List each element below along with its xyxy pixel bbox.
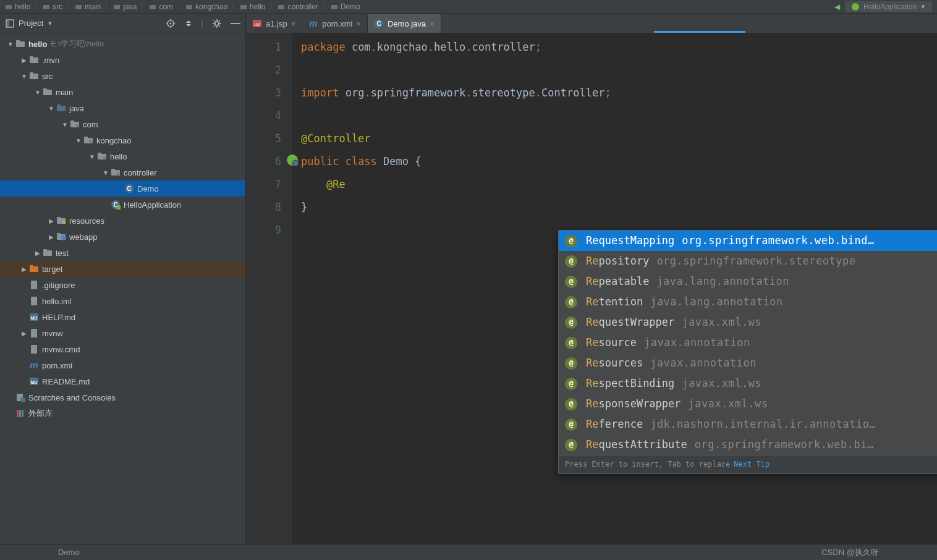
completion-name: sponseWrapper [598, 392, 680, 415]
tree-item-readmemd[interactable]: MDREADME.md [0, 373, 245, 389]
expand-icon[interactable]: ▼ [61, 121, 69, 128]
tree-item-mvn[interactable]: ▶.mvn [0, 52, 245, 68]
completion-item[interactable]: @Retentionjava.lang.annotation [559, 292, 937, 312]
tree-item-demo[interactable]: CDemo [0, 180, 245, 197]
tree-label: hello [110, 152, 127, 161]
completion-item[interactable]: @RequestAttributeorg.springframework.web… [559, 435, 937, 455]
tree-item-java[interactable]: ▼java [0, 100, 245, 116]
breadcrumb-item[interactable]: java [113, 2, 137, 11]
annotation-icon: @ [565, 255, 577, 268]
breadcrumb-item[interactable]: hello [5, 2, 30, 11]
tree-item-helpmd[interactable]: MDHELP.md [0, 309, 245, 325]
tree-item-hello[interactable]: ▼helloE:\学习吧\hello [0, 36, 245, 52]
expand-icon[interactable]: ▶ [47, 234, 56, 240]
svg-rect-28 [16, 40, 20, 42]
tree-item-mvnwcmd[interactable]: mvnw.cmd [0, 341, 245, 357]
tree-item-gitignore[interactable]: .gitignore [0, 277, 245, 293]
completion-item[interactable]: @ResponseWrapperjavax.xml.ws [559, 394, 937, 414]
tree-item-scratchesandconsoles[interactable]: Scratches and Consoles [0, 389, 245, 405]
breadcrumb-item[interactable]: kongchao [185, 2, 227, 11]
autocomplete-popup: @RequestMappingorg.springframework.web.b… [558, 230, 937, 474]
breadcrumb-item[interactable]: controller [278, 2, 318, 11]
expand-icon[interactable]: ▶ [20, 266, 28, 273]
tree-item-src[interactable]: ▼src [0, 68, 245, 84]
annotation-icon: @ [565, 235, 577, 247]
expand-icon[interactable]: ▼ [88, 153, 96, 160]
expand-icon[interactable]: ▼ [6, 41, 15, 48]
file-icon [28, 328, 40, 338]
completion-item[interactable]: @RequestMappingorg.springframework.web.b… [559, 231, 937, 251]
tree-item-webapp[interactable]: ▶webapp [0, 229, 245, 245]
project-tree[interactable]: ▼helloE:\学习吧\hello▶.mvn▼src▼main▼java▼co… [0, 33, 245, 544]
gear-icon[interactable] [212, 19, 222, 28]
nav-back-icon[interactable]: ◀ [834, 2, 840, 11]
breadcrumb-item[interactable]: Demo [331, 2, 360, 11]
breadcrumb-item[interactable]: com [149, 2, 173, 11]
annotation-icon: @ [565, 398, 577, 410]
close-icon[interactable]: × [356, 19, 361, 28]
tab-Demo-java[interactable]: CDemo.java× [368, 14, 441, 33]
expand-icon[interactable]: ▶ [47, 218, 56, 224]
breadcrumb-item[interactable]: src [43, 2, 62, 11]
tree-item-helloapplication[interactable]: CHelloApplication [0, 197, 245, 213]
svg-rect-35 [57, 106, 66, 111]
svg-point-45 [103, 156, 106, 159]
completion-item[interactable]: @Repeatablejava.lang.annotation [559, 271, 937, 292]
expand-icon[interactable]: ▼ [33, 89, 42, 96]
tree-item-helloiml[interactable]: hello.iml [0, 293, 245, 309]
run-config-selector[interactable]: HelloApplication ▼ [845, 1, 932, 12]
tree-label: src [42, 72, 53, 81]
tab-a1-jsp[interactable]: JSPa1.jsp× [246, 14, 302, 33]
close-icon[interactable]: × [291, 19, 296, 28]
tree-item-kongchao[interactable]: ▼kongchao [0, 132, 245, 148]
popup-footer: Press Enter to insert, Tab to replace Ne… [559, 455, 937, 473]
expand-icon[interactable]: ▶ [20, 57, 28, 64]
breadcrumb-item[interactable]: main [75, 2, 101, 11]
completion-package: javax.annotation [644, 331, 750, 354]
project-view-label[interactable]: Project [19, 19, 43, 28]
expand-icon[interactable]: ▶ [33, 250, 42, 257]
tree-item-test[interactable]: ▶test [0, 245, 245, 261]
tree-item-pomxml[interactable]: mpom.xml [0, 357, 245, 373]
completion-item[interactable]: @Resourcesjavax.annotation [559, 353, 937, 373]
svg-rect-30 [30, 56, 33, 58]
spring-icon: C [110, 200, 121, 210]
tab-pom-xml[interactable]: mpom.xml× [302, 14, 368, 33]
tree-item-mvnw[interactable]: ▶mvnw [0, 325, 245, 341]
svg-text:m: m [30, 360, 38, 370]
tree-item-com[interactable]: ▼com [0, 116, 245, 132]
completion-item[interactable]: @Referencejdk.nashorn.internal.ir.annota… [559, 414, 937, 435]
tree-item-target[interactable]: ▶target [0, 261, 245, 277]
folder-icon [42, 248, 53, 257]
expand-icon[interactable]: ▶ [20, 330, 28, 337]
completion-package: org.springframework.web.bi… [695, 433, 874, 455]
expand-icon[interactable]: ▼ [101, 169, 110, 176]
tree-item-main[interactable]: ▼main [0, 84, 245, 100]
tree-item-[interactable]: 外部库 [0, 405, 245, 422]
completion-item[interactable]: @RespectBindingjavax.xml.ws [559, 373, 937, 394]
locate-icon[interactable] [166, 19, 176, 28]
tree-label: mvnw [42, 329, 63, 338]
annotation-icon: @ [565, 439, 577, 451]
hide-icon[interactable]: — [231, 18, 240, 29]
completion-item[interactable]: @RequestWrapperjavax.xml.ws [559, 312, 937, 333]
completion-item[interactable]: @Resourcejavax.annotation [559, 333, 937, 353]
tree-item-hello[interactable]: ▼hello [0, 148, 245, 164]
popup-hint: Press Enter to insert, Tab to replace [565, 453, 730, 476]
expand-all-icon[interactable] [184, 19, 193, 28]
expand-icon[interactable]: ▼ [20, 73, 28, 80]
tree-item-resources[interactable]: ▶resources [0, 213, 245, 229]
svg-rect-29 [30, 57, 38, 63]
next-tip-link[interactable]: Next Tip [734, 453, 770, 476]
completion-item[interactable]: @Repositoryorg.springframework.stereotyp… [559, 251, 937, 271]
jsp-icon: JSP [252, 19, 262, 28]
chevron-down-icon[interactable]: ▼ [47, 20, 53, 27]
breadcrumb-item[interactable]: hello [240, 2, 265, 11]
tree-item-controller[interactable]: ▼controller [0, 164, 245, 180]
scratch-icon [15, 392, 26, 402]
expand-icon[interactable]: ▼ [74, 137, 83, 144]
expand-icon[interactable]: ▼ [47, 105, 56, 112]
completion-prefix: Re [586, 392, 598, 415]
close-icon[interactable]: × [430, 19, 435, 28]
svg-point-18 [215, 22, 219, 25]
